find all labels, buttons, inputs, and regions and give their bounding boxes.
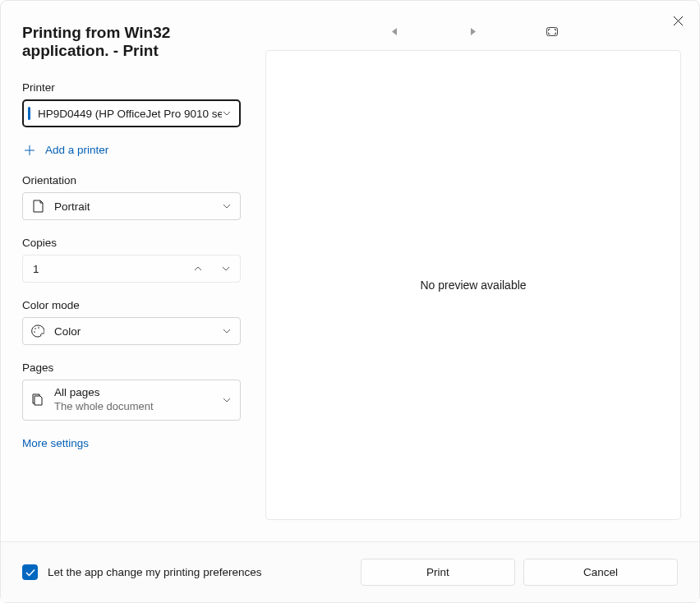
triangle-right-icon	[470, 28, 477, 35]
orientation-value: Portrait	[54, 200, 222, 213]
pages-sub: The whole document	[54, 400, 222, 413]
chevron-down-icon	[222, 201, 232, 211]
color-mode-value: Color	[54, 325, 222, 338]
copies-increment[interactable]	[184, 255, 212, 282]
chevron-down-icon	[222, 326, 232, 336]
preferences-checkbox[interactable]	[22, 564, 38, 580]
more-settings-link[interactable]: More settings	[22, 437, 241, 449]
orientation-label: Orientation	[22, 174, 241, 186]
svg-rect-3	[547, 27, 558, 35]
copies-decrement[interactable]	[212, 255, 240, 282]
cancel-button[interactable]: Cancel	[523, 559, 678, 586]
copies-label: Copies	[22, 237, 241, 249]
preview-fullscreen-button[interactable]	[542, 21, 562, 41]
chevron-down-icon	[222, 395, 232, 405]
print-button[interactable]: Print	[361, 559, 515, 586]
printer-dropdown[interactable]: HP9D0449 (HP OfficeJet Pro 9010 se	[22, 99, 241, 127]
settings-panel: Printing from Win32 application. - Print…	[1, 1, 262, 541]
svg-point-0	[35, 328, 36, 329]
dialog-body: Printing from Win32 application. - Print…	[1, 1, 699, 541]
add-printer-label: Add a printer	[45, 144, 108, 156]
chevron-down-icon	[222, 266, 230, 271]
color-mode-section: Color mode Color	[22, 299, 241, 345]
pages-label: Pages	[22, 361, 241, 374]
color-mode-label: Color mode	[22, 299, 241, 311]
close-icon	[673, 16, 684, 26]
preview-nav	[265, 12, 681, 50]
orientation-dropdown[interactable]: Portrait	[22, 192, 241, 220]
dialog-footer: Let the app change my printing preferenc…	[1, 541, 699, 602]
preview-next-button[interactable]	[463, 21, 483, 41]
svg-point-2	[34, 331, 35, 333]
preview-prev-button[interactable]	[385, 21, 404, 41]
palette-icon	[31, 325, 44, 338]
print-dialog: Printing from Win32 application. - Print…	[0, 0, 700, 603]
svg-point-1	[38, 327, 39, 329]
plus-icon	[24, 145, 35, 156]
pages-icon	[31, 394, 44, 407]
portrait-icon	[31, 200, 44, 213]
copies-section: Copies 1	[22, 237, 241, 283]
preferences-checkbox-label: Let the app change my printing preferenc…	[48, 566, 261, 578]
color-mode-dropdown[interactable]: Color	[22, 317, 241, 345]
printer-label: Printer	[22, 81, 241, 94]
orientation-section: Orientation Portrait	[22, 174, 241, 220]
copies-value: 1	[23, 263, 184, 275]
pages-section: Pages All pages The whole document	[22, 361, 241, 421]
add-printer-link[interactable]: Add a printer	[22, 144, 241, 156]
fullscreen-icon	[546, 27, 558, 36]
close-button[interactable]	[668, 11, 688, 30]
dialog-title: Printing from Win32 application. - Print	[22, 24, 241, 60]
checkmark-icon	[25, 568, 35, 577]
preview-empty-text: No preview available	[420, 278, 526, 292]
pages-dropdown[interactable]: All pages The whole document	[22, 380, 241, 421]
copies-input[interactable]: 1	[22, 255, 241, 283]
footer-buttons: Print Cancel	[361, 559, 678, 586]
printer-selected-value: HP9D0449 (HP OfficeJet Pro 9010 se	[38, 108, 222, 120]
preview-area: No preview available	[265, 50, 681, 520]
preview-panel: No preview available	[262, 1, 699, 541]
chevron-up-icon	[194, 266, 202, 271]
printer-section: Printer HP9D0449 (HP OfficeJet Pro 9010 …	[22, 81, 241, 156]
pages-value: All pages	[54, 386, 222, 400]
chevron-down-icon	[222, 108, 232, 118]
triangle-left-icon	[391, 28, 398, 35]
preferences-checkbox-container: Let the app change my printing preferenc…	[22, 564, 361, 580]
